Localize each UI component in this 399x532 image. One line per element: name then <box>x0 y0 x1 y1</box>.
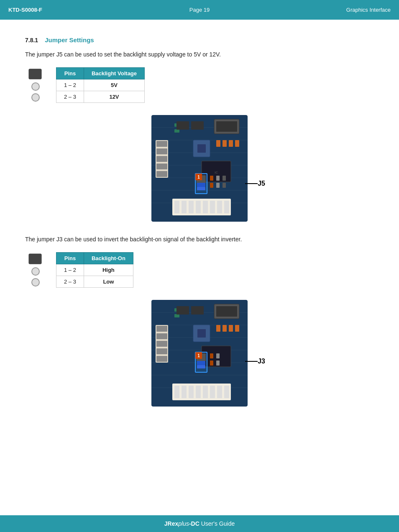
svg-rect-51 <box>176 121 189 130</box>
svg-rect-34 <box>196 201 201 213</box>
section-j3: The jumper J3 can be used to invert the … <box>25 235 374 407</box>
table-j5-col1: Pins <box>56 68 84 79</box>
svg-rect-93 <box>197 361 205 365</box>
footer-brand-name: JRex <box>164 520 178 527</box>
svg-point-55 <box>32 279 39 286</box>
table-j5-col2: Backlight Voltage <box>84 68 144 79</box>
table-j5-pins: 2 – 3 <box>56 91 84 103</box>
table-j3-col2: Backlight-On <box>84 253 133 264</box>
header-doc-id: KTD-S0008-F <box>8 7 136 13</box>
table-j3-pins: 2 – 3 <box>56 276 84 288</box>
svg-rect-83 <box>174 386 179 398</box>
jumper-block-j5: Pins Backlight Voltage 1 – 25V2 – 312V <box>25 67 374 105</box>
page-header: KTD-S0008-F Page 19 Graphics Interface <box>0 0 399 20</box>
svg-rect-48 <box>216 183 220 188</box>
svg-rect-76 <box>197 329 206 338</box>
svg-rect-65 <box>156 326 167 332</box>
svg-rect-49 <box>223 176 226 181</box>
svg-rect-67 <box>156 341 167 347</box>
table-j5-pins: 1 – 2 <box>56 79 84 91</box>
svg-rect-23 <box>197 144 206 153</box>
header-section-title: Graphics Interface <box>263 7 391 13</box>
svg-rect-89 <box>217 386 222 398</box>
svg-rect-37 <box>217 201 222 213</box>
svg-rect-102 <box>191 306 204 315</box>
jumper-svg-j5 <box>26 67 45 105</box>
svg-rect-85 <box>189 386 194 398</box>
svg-rect-41 <box>197 183 205 187</box>
table-j5-value: 5V <box>84 79 144 91</box>
svg-rect-100 <box>216 361 220 366</box>
svg-rect-12 <box>156 141 167 147</box>
header-page-number: Page 19 <box>136 7 263 13</box>
svg-rect-19 <box>174 129 179 133</box>
svg-text:1: 1 <box>197 353 200 358</box>
section-number: 7.8.1 <box>25 37 38 43</box>
svg-rect-90 <box>224 386 229 398</box>
svg-rect-80 <box>235 325 239 332</box>
board-label-j5: J5 <box>258 180 265 187</box>
footer-suffix: User's Guide <box>200 520 235 527</box>
svg-text:IC: IC <box>215 171 218 174</box>
svg-rect-72 <box>174 314 179 317</box>
svg-rect-0 <box>29 69 41 79</box>
svg-rect-74 <box>216 306 237 317</box>
board-image-j5-container: IC 1 <box>25 115 374 222</box>
svg-rect-31 <box>174 201 179 213</box>
footer-brand-italic: plus <box>178 520 189 527</box>
svg-rect-77 <box>216 325 220 332</box>
svg-rect-36 <box>210 201 215 213</box>
board-label-j3: J3 <box>258 358 265 365</box>
svg-rect-69 <box>156 356 167 362</box>
footer-brand: JRexplus-DC User's Guide <box>164 520 235 527</box>
svg-rect-50 <box>223 183 226 188</box>
svg-rect-88 <box>210 386 215 398</box>
svg-rect-42 <box>197 187 205 190</box>
table-j3-pins: 1 – 2 <box>56 264 84 276</box>
svg-rect-84 <box>182 386 187 398</box>
svg-rect-86 <box>196 386 201 398</box>
svg-rect-101 <box>176 306 189 315</box>
svg-rect-16 <box>156 171 167 177</box>
svg-point-1 <box>32 83 39 90</box>
svg-rect-33 <box>189 201 194 213</box>
svg-rect-68 <box>156 348 167 354</box>
main-content: 7.8.1 Jumper Settings The jumper J5 can … <box>0 20 399 445</box>
svg-rect-94 <box>197 365 205 368</box>
svg-rect-21 <box>216 121 237 132</box>
svg-rect-25 <box>223 140 227 147</box>
table-j5-value: 12V <box>84 91 144 103</box>
svg-rect-66 <box>156 333 167 339</box>
svg-rect-35 <box>203 201 208 213</box>
svg-point-54 <box>32 268 39 275</box>
svg-rect-45 <box>210 176 213 181</box>
svg-rect-78 <box>223 325 227 332</box>
svg-rect-87 <box>203 386 208 398</box>
section-title: Jumper Settings <box>45 36 94 43</box>
jumper-svg-j3 <box>26 252 45 290</box>
svg-rect-13 <box>156 148 167 154</box>
svg-rect-47 <box>216 176 220 181</box>
page-footer: JRexplus-DC User's Guide <box>0 515 399 532</box>
svg-rect-14 <box>156 156 167 162</box>
table-j3-col1: Pins <box>56 253 84 264</box>
svg-rect-79 <box>229 325 233 332</box>
board-image-j5: IC 1 <box>151 115 248 222</box>
svg-rect-32 <box>182 201 187 213</box>
svg-rect-97 <box>210 353 213 358</box>
svg-rect-98 <box>210 361 213 366</box>
svg-rect-52 <box>191 121 204 130</box>
table-j3-value: Low <box>84 276 133 288</box>
svg-text:1: 1 <box>197 175 200 179</box>
svg-rect-99 <box>216 353 220 358</box>
svg-rect-46 <box>210 183 213 188</box>
svg-point-2 <box>32 94 39 101</box>
svg-rect-27 <box>235 140 239 147</box>
board-image-j3: 1 <box>151 300 248 407</box>
svg-rect-38 <box>224 201 229 213</box>
svg-rect-24 <box>216 140 220 147</box>
svg-rect-15 <box>156 164 167 169</box>
board-image-j3-container: 1 J3 <box>25 300 374 407</box>
table-j3: Pins Backlight-On 1 – 2High2 – 3Low <box>56 252 133 288</box>
jumper-block-j3: Pins Backlight-On 1 – 2High2 – 3Low <box>25 252 374 290</box>
